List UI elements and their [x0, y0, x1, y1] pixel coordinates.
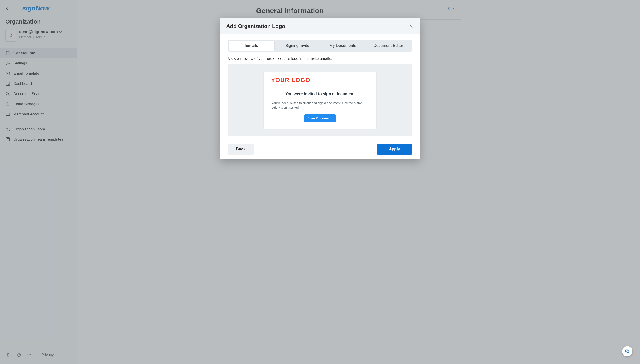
email-preview-card: Your Logo You were invited to sign a doc…: [263, 72, 377, 129]
tab-document-editor[interactable]: Document Editor: [366, 41, 411, 51]
close-icon[interactable]: [409, 24, 414, 29]
apply-button[interactable]: Apply: [377, 144, 412, 154]
tab-my-documents[interactable]: My Documents: [320, 41, 366, 51]
tab-emails[interactable]: Emails: [229, 41, 274, 51]
email-heading: You were invited to sign a document: [272, 92, 368, 96]
tab-signing-invite[interactable]: Signing Invite: [274, 41, 320, 51]
email-body-text: You've been invited to fill out and sign…: [272, 101, 368, 110]
modal-overlay: Add Organization Logo Emails Signing Inv…: [0, 0, 640, 364]
back-button[interactable]: Back: [228, 144, 254, 154]
modal-tabs: Emails Signing Invite My Documents Docum…: [228, 40, 412, 52]
add-logo-modal: Add Organization Logo Emails Signing Inv…: [220, 18, 420, 160]
chat-fab[interactable]: [622, 346, 632, 356]
preview-canvas: Your Logo You were invited to sign a doc…: [228, 64, 412, 136]
logo-placeholder: Your Logo: [271, 76, 369, 84]
view-document-button[interactable]: View Document: [304, 114, 336, 122]
preview-hint: View a preview of your organization's lo…: [228, 56, 412, 61]
modal-title: Add Organization Logo: [226, 23, 285, 29]
